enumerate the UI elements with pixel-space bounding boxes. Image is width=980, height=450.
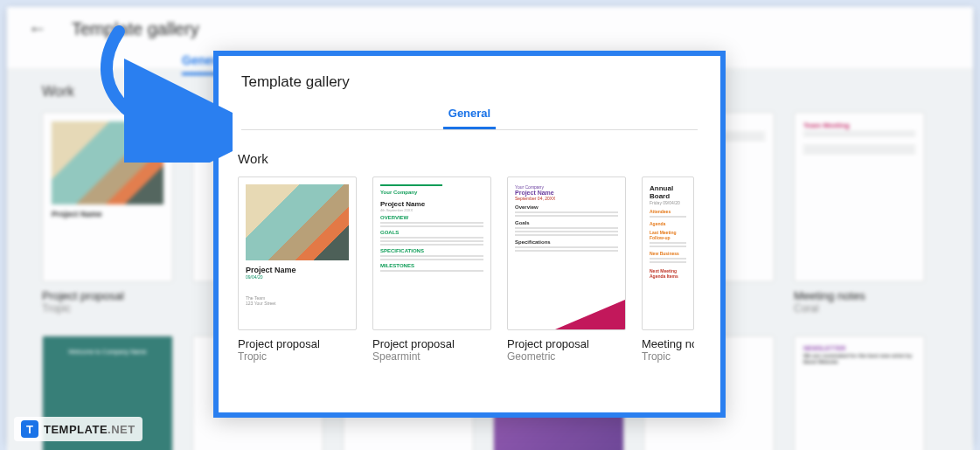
template-card[interactable]: Project Name Project proposal Tropic [42,112,173,315]
logo-badge: T TEMPLATE.NET [14,417,142,441]
template-card-title: Project proposal [238,337,357,350]
template-thumb: Your Company Project Name September 04, … [507,177,626,330]
tab-general[interactable]: General [443,107,496,129]
modal-section-label: Work [238,151,701,166]
template-card-sub: Geometric [507,350,626,363]
template-card-title: Project proposal [372,337,491,350]
template-card-sub: Tropic [42,302,173,315]
template-thumb: Project Name 09/04/20 The Team123 Your S… [238,177,357,330]
back-arrow-icon[interactable]: ← [28,17,47,40]
thumb-heading: Project Name [246,266,349,274]
template-thumb: Annual Board Friday 09/04/20 Attendees A… [642,177,694,330]
template-thumb: Project Name [42,112,173,282]
template-thumb: Your Company Project Name 4th September … [372,177,491,330]
template-card-title: Project proposal [507,337,626,350]
modal-title: Template gallery [241,73,698,91]
template-card-title: Meeting notes [794,289,925,302]
template-card-title: Meeting notes [642,337,694,350]
template-card-tropic[interactable]: Project Name 09/04/20 The Team123 Your S… [238,177,357,363]
modal-tabs: General [241,105,698,130]
template-card-title: Project proposal [42,289,173,302]
logo-mark-icon: T [21,420,38,438]
template-thumb: Team Meeting [794,112,925,282]
template-card-sub: Spearmint [372,350,491,363]
template-thumb: NEWSLETTER We are nominated for the best… [794,336,925,450]
modal-body: Work Project Name 09/04/20 The Team123 Y… [219,137,720,377]
modal-header: Template gallery General [219,56,720,137]
template-card-geometric[interactable]: Your Company Project Name September 04, … [507,177,626,363]
template-card-sub: Tropic [642,350,694,363]
page-title: Template gallery [72,19,199,39]
outer-header: ← Template gallery [7,7,973,44]
template-card[interactable]: NEWSLETTER We are nominated for the best… [794,336,925,450]
thumb-heading: Project Name [52,210,163,218]
template-card-spearmint[interactable]: Your Company Project Name 4th September … [372,177,491,363]
modal-template-gallery: Template gallery General Work Project Na… [213,51,726,418]
template-card-meeting-notes[interactable]: Annual Board Friday 09/04/20 Attendees A… [642,177,694,363]
template-card[interactable]: Team Meeting Meeting notes Coral [794,112,925,315]
template-card-sub: Tropic [238,350,357,363]
modal-row: Project Name 09/04/20 The Team123 Your S… [238,177,701,363]
template-card-sub: Coral [794,302,925,315]
logo-text: TEMPLATE.NET [44,423,136,436]
